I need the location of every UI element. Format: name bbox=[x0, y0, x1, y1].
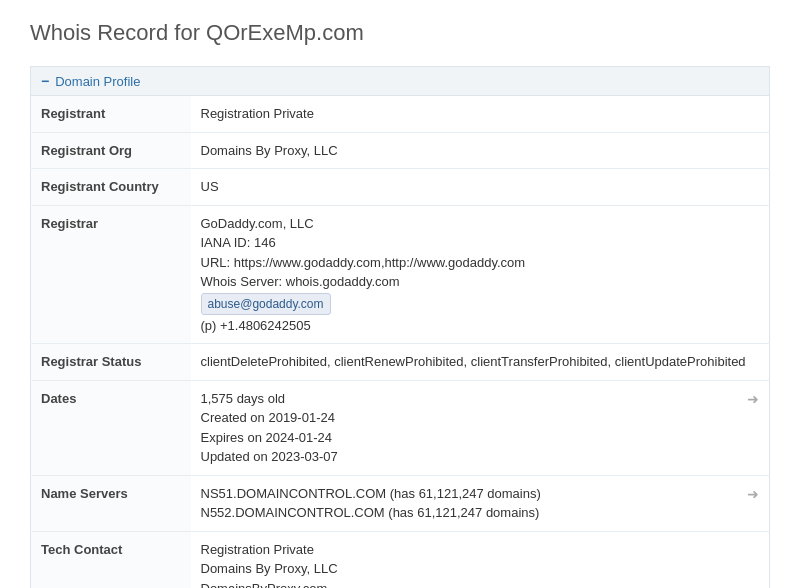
row-value: Registration PrivateDomains By Proxy, LL… bbox=[191, 531, 770, 588]
value-line: NS51.DOMAINCONTROL.COM (has 61,121,247 d… bbox=[201, 484, 760, 504]
value-line: Domains By Proxy, LLC bbox=[201, 559, 760, 579]
row-value: NS51.DOMAINCONTROL.COM (has 61,121,247 d… bbox=[191, 475, 770, 531]
row-label: Registrar Status bbox=[31, 344, 191, 381]
row-label: Tech Contact bbox=[31, 531, 191, 588]
value-line: GoDaddy.com, LLC bbox=[201, 214, 760, 234]
abuse-tag: abuse@godaddy.com bbox=[201, 293, 331, 315]
value-line: Created on 2019-01-24 bbox=[201, 408, 760, 428]
value-line: Expires on 2024-01-24 bbox=[201, 428, 760, 448]
row-label: Registrant bbox=[31, 96, 191, 132]
value-line: (p) +1.4806242505 bbox=[201, 316, 760, 336]
value-line: Updated on 2023-03-07 bbox=[201, 447, 760, 467]
title-subtitle: for QOrExeMp.com bbox=[174, 20, 363, 45]
table-row: Dates1,575 days oldCreated on 2019-01-24… bbox=[31, 380, 770, 475]
whois-table: RegistrantRegistration PrivateRegistrant… bbox=[30, 96, 770, 588]
row-value: Registration Private bbox=[191, 96, 770, 132]
section-label: Domain Profile bbox=[55, 74, 140, 89]
table-row: Registrant OrgDomains By Proxy, LLC bbox=[31, 132, 770, 169]
table-row: Name ServersNS51.DOMAINCONTROL.COM (has … bbox=[31, 475, 770, 531]
title-bold: Whois Record bbox=[30, 20, 168, 45]
row-label: Name Servers bbox=[31, 475, 191, 531]
value-text: Registration Private bbox=[201, 106, 314, 121]
value-text: US bbox=[201, 179, 219, 194]
value-line: Whois Server: whois.godaddy.com bbox=[201, 272, 760, 292]
value-line: URL: https://www.godaddy.com,http://www.… bbox=[201, 253, 760, 273]
value-line: Registration Private bbox=[201, 540, 760, 560]
row-value: Domains By Proxy, LLC bbox=[191, 132, 770, 169]
value-line: N552.DOMAINCONTROL.COM (has 61,121,247 d… bbox=[201, 503, 760, 523]
row-link-icon[interactable]: ➜ bbox=[747, 389, 759, 410]
row-value: GoDaddy.com, LLCIANA ID: 146URL: https:/… bbox=[191, 205, 770, 344]
page-header: Whois Record for QOrExeMp.com bbox=[30, 20, 770, 46]
table-row: Tech ContactRegistration PrivateDomains … bbox=[31, 531, 770, 588]
table-row: RegistrantRegistration Private bbox=[31, 96, 770, 132]
row-label: Dates bbox=[31, 380, 191, 475]
table-row: RegistrarGoDaddy.com, LLCIANA ID: 146URL… bbox=[31, 205, 770, 344]
page-title: Whois Record for QOrExeMp.com bbox=[30, 20, 770, 46]
value-line: 1,575 days old bbox=[201, 389, 760, 409]
table-row: Registrant CountryUS bbox=[31, 169, 770, 206]
row-label: Registrar bbox=[31, 205, 191, 344]
row-value: clientDeleteProhibited, clientRenewProhi… bbox=[191, 344, 770, 381]
row-value: 1,575 days oldCreated on 2019-01-24Expir… bbox=[191, 380, 770, 475]
row-value: US bbox=[191, 169, 770, 206]
row-link-icon[interactable]: ➜ bbox=[747, 484, 759, 505]
table-row: Registrar StatusclientDeleteProhibited, … bbox=[31, 344, 770, 381]
value-text: clientDeleteProhibited, clientRenewProhi… bbox=[201, 354, 746, 369]
value-line: IANA ID: 146 bbox=[201, 233, 760, 253]
row-label: Registrant Country bbox=[31, 169, 191, 206]
value-text: Domains By Proxy, LLC bbox=[201, 143, 338, 158]
value-line: DomainsByProxy.com, bbox=[201, 579, 760, 589]
domain-profile-section-header[interactable]: − Domain Profile bbox=[30, 66, 770, 96]
collapse-icon: − bbox=[41, 73, 49, 89]
row-label: Registrant Org bbox=[31, 132, 191, 169]
